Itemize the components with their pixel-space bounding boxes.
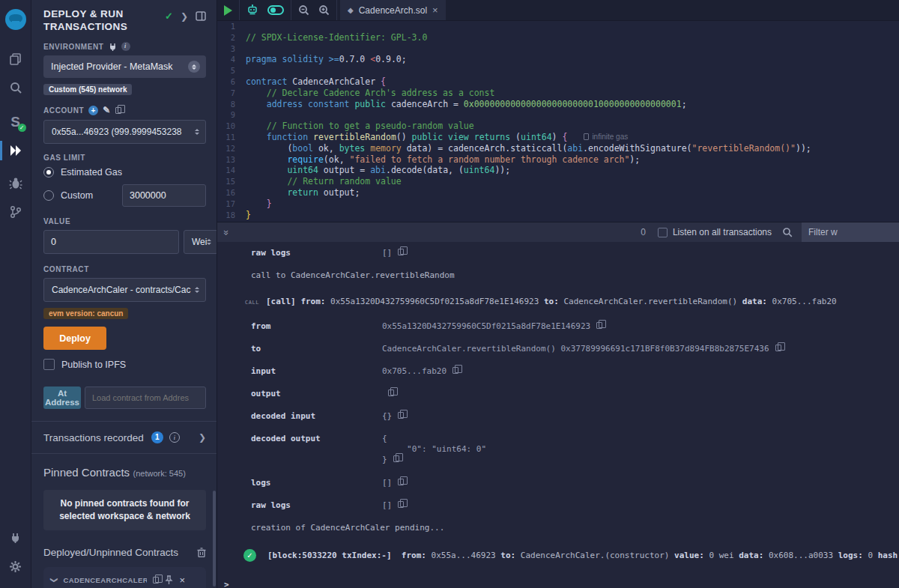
copy-account-icon[interactable] xyxy=(115,107,121,114)
copy-icon[interactable] xyxy=(398,501,404,508)
edit-account-icon[interactable]: ✎ xyxy=(103,105,111,115)
trash-icon[interactable] xyxy=(197,548,206,557)
copy-icon[interactable] xyxy=(398,412,404,419)
add-account-icon[interactable]: + xyxy=(88,106,98,115)
transactions-info-icon[interactable]: i xyxy=(169,432,180,443)
gas-icon xyxy=(584,133,589,140)
code-line[interactable]: 6contract CadenceArchCaler { xyxy=(217,76,899,88)
pin-icon[interactable] xyxy=(165,575,173,585)
run-script-icon[interactable] xyxy=(224,5,232,16)
sidebar-item-solidity-compiler[interactable]: S ✓ xyxy=(0,108,31,136)
value-input[interactable] xyxy=(43,230,179,254)
copy-address-icon[interactable] xyxy=(153,577,159,584)
code-line[interactable]: 10 // Function to get a pseudo-random va… xyxy=(217,121,899,132)
sidebar-item-deploy-run[interactable] xyxy=(0,136,31,165)
radio-estimated-gas[interactable] xyxy=(43,167,54,178)
code-line[interactable]: 13 require(ok, "failed to fetch a random… xyxy=(217,154,899,166)
code-line[interactable]: 1 xyxy=(217,21,899,32)
environment-select[interactable]: Injected Provider - MetaMask xyxy=(43,55,206,78)
terminal-prompt[interactable]: > xyxy=(217,580,899,588)
copy-icon[interactable] xyxy=(596,322,602,329)
deploy-run-panel: DEPLOY & RUN TRANSACTIONS ✓ ❯ ENVIRONMEN… xyxy=(31,0,217,588)
close-icon[interactable]: × xyxy=(179,575,185,586)
code-text: return output; xyxy=(246,187,360,198)
expand-terminal-icon[interactable]: » xyxy=(221,229,232,234)
deploy-button[interactable]: Deploy xyxy=(43,327,106,350)
copy-icon[interactable] xyxy=(398,249,404,255)
contract-select[interactable]: CadenceArchCaler - contracts/Cac xyxy=(43,278,206,302)
sidebar-item-debugger[interactable] xyxy=(0,169,31,198)
code-line[interactable]: 11 function revertibleRandom() public vi… xyxy=(217,132,899,143)
publish-ipfs-option[interactable]: Publish to IPFS xyxy=(43,359,206,370)
solidity-file-icon: ◆ xyxy=(348,6,354,14)
radio-custom-gas[interactable] xyxy=(43,190,54,201)
activity-bar: S ✓ xyxy=(0,0,31,588)
terminal-kv-row: raw logs[] xyxy=(217,500,899,510)
code-line[interactable]: 5 xyxy=(217,65,899,76)
copilot-toggle[interactable] xyxy=(267,5,284,15)
copy-icon[interactable] xyxy=(398,479,404,485)
terminal-value: {} xyxy=(382,411,392,421)
code-line[interactable]: 8 address constant public cadenceArch = … xyxy=(217,99,899,110)
code-line[interactable]: 9 xyxy=(217,109,899,121)
zoom-in-icon[interactable] xyxy=(318,4,330,16)
deployed-contracts-heading: Deployed/Unpinned Contracts xyxy=(43,547,206,558)
code-line[interactable]: 7 // Declare Cadence Arch's address as a… xyxy=(217,88,899,99)
code-line[interactable]: 15 // Return random value xyxy=(217,176,899,187)
ai-assistant-icon[interactable] xyxy=(246,4,258,16)
account-select[interactable]: 0x55a...46923 (999.9999453238 xyxy=(43,120,206,144)
custom-gas-input[interactable] xyxy=(122,184,206,207)
code-line[interactable]: 4pragma solidity >=0.7.0 <0.9.0; xyxy=(217,54,899,65)
zoom-group xyxy=(291,0,337,20)
chevron-right-icon[interactable]: ❯ xyxy=(181,11,188,22)
line-number: 2 xyxy=(217,32,246,43)
sidebar-item-plugin-manager[interactable] xyxy=(0,524,31,552)
chevron-right-icon[interactable]: ❯ xyxy=(199,432,206,443)
listen-all-checkbox[interactable] xyxy=(658,228,668,237)
terminal-filter-input[interactable] xyxy=(802,222,899,243)
copy-icon[interactable] xyxy=(388,390,394,396)
at-address-input[interactable] xyxy=(85,387,206,409)
terminal-kv-row: raw logs[] xyxy=(217,248,899,258)
tab-close-icon[interactable]: × xyxy=(432,4,438,16)
line-number: 14 xyxy=(217,165,246,176)
gas-custom-option[interactable]: Custom xyxy=(43,184,206,207)
sidebar-item-search[interactable] xyxy=(0,73,31,102)
sidebar-item-git[interactable] xyxy=(0,198,31,226)
pin-panel-icon[interactable] xyxy=(196,11,206,21)
terminal-kv-row: from0x55a1320D432759960C5Df0215a8dF78e1E… xyxy=(217,321,899,331)
chevron-down-icon[interactable]: ❯ xyxy=(50,577,58,583)
code-editor[interactable]: 12// SPDX-License-Identifier: GPL-3.034p… xyxy=(217,21,899,222)
copy-icon[interactable] xyxy=(393,455,399,462)
code-line[interactable]: 17 } xyxy=(217,198,899,210)
terminal-kv-row: output xyxy=(217,389,899,398)
sidebar-scrollbar[interactable] xyxy=(213,491,216,587)
code-line[interactable]: 3 xyxy=(217,43,899,55)
at-address-button[interactable]: At Address xyxy=(43,387,81,409)
code-line[interactable]: 18} xyxy=(217,210,899,221)
terminal-output[interactable]: raw logs[]call to CadenceArchCaler.rever… xyxy=(217,242,899,588)
terminal-key: raw logs xyxy=(251,500,382,510)
copy-icon[interactable] xyxy=(775,345,781,351)
code-line[interactable]: 2// SPDX-License-Identifier: GPL-3.0 xyxy=(217,32,899,43)
sidebar-item-file-explorer[interactable] xyxy=(0,45,31,73)
sidebar-item-settings[interactable] xyxy=(0,552,31,581)
value-unit-select[interactable]: Wei xyxy=(184,230,217,254)
terminal-search-icon[interactable] xyxy=(782,227,793,237)
terminal-key: logs xyxy=(251,478,382,488)
code-line[interactable]: 16 return output; xyxy=(217,187,899,198)
zoom-out-icon[interactable] xyxy=(298,4,309,16)
terminal-text-row: call to CadenceArchCaler.revertibleRando… xyxy=(217,270,899,280)
terminal-block-row: ✓[block:5033220 txIndex:-] from: 0x55a..… xyxy=(217,549,899,562)
code-line[interactable]: 12 (bool ok, bytes memory data) = cadenc… xyxy=(217,143,899,154)
copy-icon[interactable] xyxy=(452,367,458,374)
call-tag: call xyxy=(245,300,266,306)
remix-logo[interactable] xyxy=(0,4,31,34)
gas-estimated-option[interactable]: Estimated Gas xyxy=(43,167,206,178)
plug-icon[interactable] xyxy=(109,43,117,51)
publish-ipfs-checkbox[interactable] xyxy=(43,359,55,370)
tab-cadencearch-sol[interactable]: ◆ CadenceArch.sol × xyxy=(340,0,446,20)
environment-info-icon[interactable]: i xyxy=(121,42,130,51)
code-line[interactable]: 14 uint64 output = abi.decode(data, (uin… xyxy=(217,165,899,176)
transactions-recorded-row[interactable]: Transactions recorded 1 i ❯ xyxy=(43,422,206,453)
